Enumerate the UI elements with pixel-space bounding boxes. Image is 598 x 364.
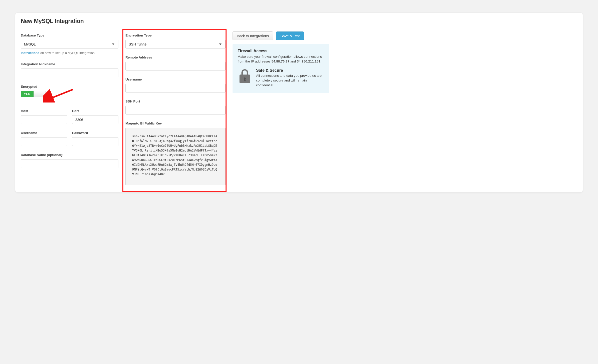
encrypted-toggle-yes: YES [21, 91, 34, 97]
sshport-input[interactable] [125, 106, 226, 114]
dbtype-label: Database Type [21, 34, 118, 37]
lock-icon [238, 68, 252, 84]
password-input[interactable] [72, 137, 118, 146]
firewall-card: Firewall Access Make sure your firewall … [233, 44, 329, 93]
port-input[interactable] [72, 115, 118, 124]
save-button[interactable]: Save & Test [276, 32, 304, 40]
integration-panel: New MySQL Integration Database Type Inst… [15, 12, 583, 192]
host-label: Host [21, 109, 67, 113]
enctype-label: Encryption Type [125, 34, 226, 37]
firewall-text: Make sure your firewall configuration al… [238, 54, 324, 64]
nickname-input[interactable] [21, 68, 118, 77]
firewall-title: Firewall Access [238, 49, 324, 53]
page-title: New MySQL Integration [21, 18, 577, 24]
secure-text: All connections and data you provide us … [256, 73, 324, 88]
username-input[interactable] [21, 137, 67, 146]
back-button[interactable]: Back to Integrations [233, 32, 273, 40]
pubkey-box[interactable]: ssh-rsa AAAAB3NzaC1yc2EAAAADAQABAAABAQCm… [125, 128, 226, 185]
host-input[interactable] [21, 115, 67, 124]
ssh-username-input[interactable] [125, 84, 226, 92]
left-column: Database Type Instructions on how to set… [21, 32, 118, 185]
nickname-label: Integration Nickname [21, 62, 118, 66]
right-column: Back to Integrations Save & Test Firewal… [233, 32, 329, 185]
dbname-label: Database Name (optional): [21, 153, 118, 157]
port-label: Port [72, 109, 118, 113]
enctype-select[interactable] [125, 40, 226, 48]
encryption-column: Encryption Type Remote Address Username … [125, 32, 226, 185]
instructions-link[interactable]: Instructions [21, 51, 39, 55]
secure-title: Safe & Secure [256, 68, 324, 73]
encrypted-label: Encrypted [21, 85, 118, 88]
ssh-username-label: Username [125, 78, 226, 81]
pubkey-label: Magento BI Public Key [125, 122, 226, 125]
instructions-helper: Instructions on how to set up a MySQL in… [21, 51, 118, 55]
username-label: Username [21, 131, 67, 135]
sshport-label: SSH Port [125, 100, 226, 103]
remote-input[interactable] [125, 62, 226, 70]
dbtype-select[interactable] [21, 40, 118, 48]
remote-label: Remote Address [125, 56, 226, 59]
dbname-input[interactable] [21, 159, 118, 168]
encrypted-toggle[interactable]: YES [21, 91, 46, 97]
password-label: Password [72, 131, 118, 135]
encrypted-toggle-blank [34, 91, 46, 97]
